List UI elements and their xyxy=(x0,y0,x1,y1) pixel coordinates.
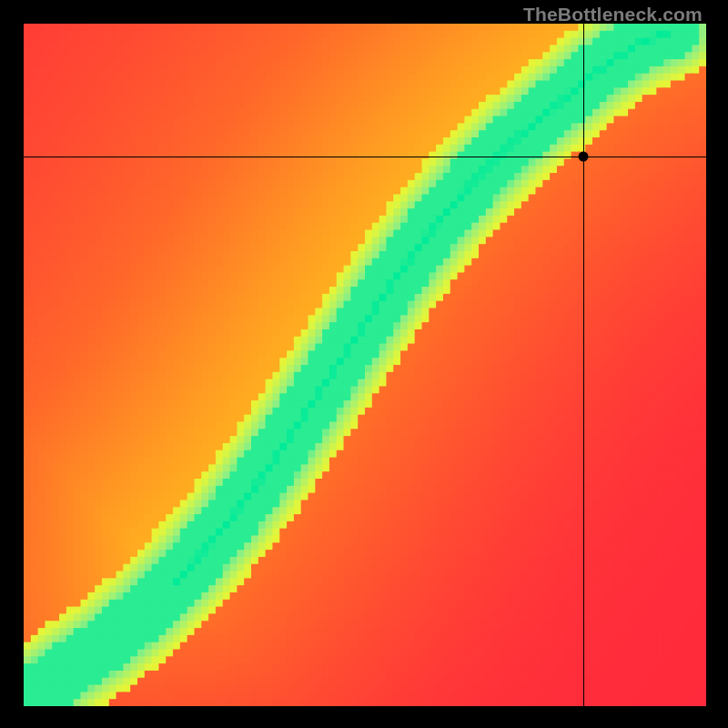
crosshair-horizontal xyxy=(24,157,706,157)
watermark-text: TheBottleneck.com xyxy=(523,4,703,25)
chart-container: TheBottleneck.com xyxy=(0,0,728,728)
crosshair-vertical xyxy=(583,24,584,706)
plot-area xyxy=(24,24,706,706)
data-point-marker xyxy=(579,152,589,162)
heatmap-canvas xyxy=(24,24,706,706)
